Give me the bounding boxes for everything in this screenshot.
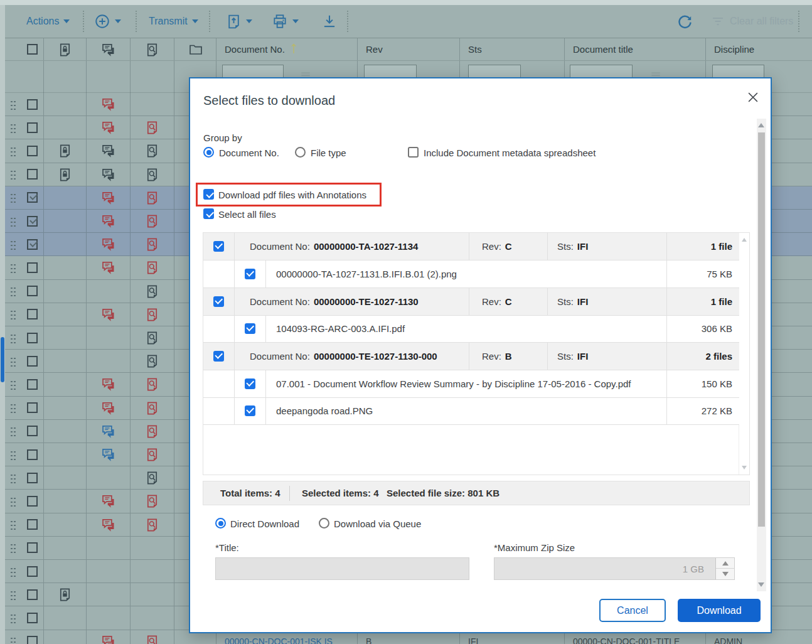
drag-handle-icon[interactable]: [10, 146, 16, 156]
row-checkbox[interactable]: [27, 542, 38, 553]
cancel-button[interactable]: Cancel: [599, 599, 666, 622]
row-checkbox[interactable]: [27, 402, 38, 413]
drag-handle-icon[interactable]: [10, 356, 16, 367]
file-list-scrollbar[interactable]: [739, 233, 749, 475]
drag-handle-icon[interactable]: [10, 566, 16, 577]
row-checkbox[interactable]: [27, 566, 38, 577]
row-checkbox[interactable]: [27, 216, 38, 227]
clear-all-filters-button[interactable]: Clear all filters: [710, 5, 793, 38]
row-checkbox[interactable]: [27, 239, 38, 250]
annotation-icon[interactable]: [145, 424, 160, 439]
comment-icon[interactable]: [101, 97, 116, 112]
row-checkbox[interactable]: [27, 426, 38, 436]
comment-icon[interactable]: [101, 377, 116, 392]
download-annotations-checkbox[interactable]: [203, 189, 214, 200]
annotation-icon[interactable]: [145, 330, 160, 345]
header-document-title[interactable]: Document title: [565, 38, 706, 60]
radio-direct-download[interactable]: [215, 518, 226, 529]
annotation-icon[interactable]: [145, 120, 160, 135]
annotation-icon[interactable]: [145, 634, 160, 644]
row-checkbox[interactable]: [27, 496, 38, 507]
select-all-files-checkbox[interactable]: [203, 208, 214, 219]
comment-icon[interactable]: [101, 400, 116, 416]
file-group-row[interactable]: Document No:00000000-TE-1027-1130-000Rev…: [203, 343, 739, 370]
actions-button[interactable]: Actions: [26, 5, 70, 38]
file-group-row[interactable]: Document No:00000000-TA-1027-1134Rev:CSt…: [203, 233, 739, 260]
download-button-toolbar[interactable]: [321, 5, 338, 38]
comment-icon[interactable]: [101, 424, 116, 439]
drag-handle-icon[interactable]: [10, 473, 16, 483]
transmit-button[interactable]: Transmit: [149, 5, 198, 38]
drag-handle-icon[interactable]: [10, 216, 16, 227]
comment-icon[interactable]: [101, 447, 116, 462]
comment-icon[interactable]: [101, 190, 116, 205]
annotation-icon[interactable]: [145, 470, 160, 485]
refresh-button[interactable]: [676, 5, 693, 38]
row-checkbox[interactable]: [27, 356, 38, 367]
drag-handle-icon[interactable]: [10, 426, 16, 436]
include-metadata-checkbox[interactable]: [408, 147, 419, 158]
comment-icon[interactable]: [101, 517, 116, 532]
scroll-up-icon[interactable]: [742, 238, 747, 242]
drag-handle-icon[interactable]: [10, 449, 16, 460]
radio-group-by-file-type[interactable]: [295, 147, 306, 158]
annotation-icon[interactable]: [145, 190, 160, 205]
stepper-down-button[interactable]: [716, 569, 735, 579]
row-checkbox[interactable]: [27, 636, 38, 644]
comment-icon[interactable]: [101, 493, 116, 508]
drag-handle-icon[interactable]: [10, 192, 16, 203]
row-checkbox[interactable]: [27, 473, 38, 483]
header-document-no[interactable]: Document No.: [216, 38, 358, 60]
stepper-up-button[interactable]: [716, 558, 735, 569]
file-row[interactable]: 07.001 - Document Workflow Review Summar…: [203, 370, 739, 398]
radio-download-via-queue[interactable]: [319, 518, 329, 529]
annotation-icon[interactable]: [145, 143, 160, 158]
drag-handle-icon[interactable]: [10, 519, 16, 530]
header-select-all-checkbox[interactable]: [21, 38, 44, 60]
header-rev[interactable]: Rev: [358, 38, 460, 60]
title-input[interactable]: [215, 557, 469, 580]
drag-handle-icon[interactable]: [10, 99, 16, 110]
file-row[interactable]: 104093-RG-ARC-003.A.IFI.pdf306 KB: [203, 316, 739, 343]
row-checkbox[interactable]: [27, 333, 38, 343]
annotation-icon[interactable]: [145, 213, 160, 228]
file-checkbox[interactable]: [245, 405, 255, 416]
file-checkbox[interactable]: [245, 323, 255, 334]
header-discipline[interactable]: Discipline: [706, 38, 812, 60]
scroll-up-icon[interactable]: [758, 123, 764, 127]
row-checkbox[interactable]: [27, 613, 38, 623]
row-checkbox[interactable]: [27, 169, 38, 180]
row-checkbox[interactable]: [27, 146, 38, 156]
header-sts[interactable]: Sts: [460, 38, 565, 60]
row-checkbox[interactable]: [27, 262, 38, 273]
drag-handle-icon[interactable]: [10, 402, 16, 413]
drag-handle-icon[interactable]: [10, 122, 16, 133]
comment-icon[interactable]: [101, 307, 116, 322]
drag-handle-icon[interactable]: [10, 589, 16, 600]
drag-handle-icon[interactable]: [10, 286, 16, 296]
header-folder-column[interactable]: [174, 38, 216, 60]
row-checkbox[interactable]: [27, 309, 38, 319]
drag-handle-icon[interactable]: [10, 239, 16, 250]
comment-icon[interactable]: [101, 167, 116, 182]
file-row[interactable]: deepangoda road.PNG272 KB: [203, 398, 739, 426]
annotation-icon[interactable]: [145, 307, 160, 322]
dialog-scrollbar-thumb[interactable]: [758, 132, 765, 527]
dialog-scrollbar[interactable]: [757, 119, 766, 591]
group-checkbox[interactable]: [213, 351, 224, 362]
comment-icon[interactable]: [101, 237, 116, 252]
row-checkbox[interactable]: [27, 99, 38, 110]
annotation-icon[interactable]: [145, 377, 160, 392]
zip-size-input[interactable]: 1 GB: [494, 557, 735, 580]
comment-icon[interactable]: [101, 260, 116, 275]
vertical-scrollbar-thumb[interactable]: [1, 337, 4, 382]
comment-icon[interactable]: [101, 634, 116, 644]
row-checkbox[interactable]: [27, 286, 38, 296]
drag-handle-icon[interactable]: [10, 613, 16, 623]
horizontal-scrollbar-track[interactable]: [0, 0, 812, 5]
annotation-icon[interactable]: [145, 284, 160, 299]
add-new-button[interactable]: [94, 5, 121, 38]
drag-handle-icon[interactable]: [10, 379, 16, 390]
row-checkbox[interactable]: [27, 449, 38, 460]
row-checkbox[interactable]: [27, 379, 38, 390]
